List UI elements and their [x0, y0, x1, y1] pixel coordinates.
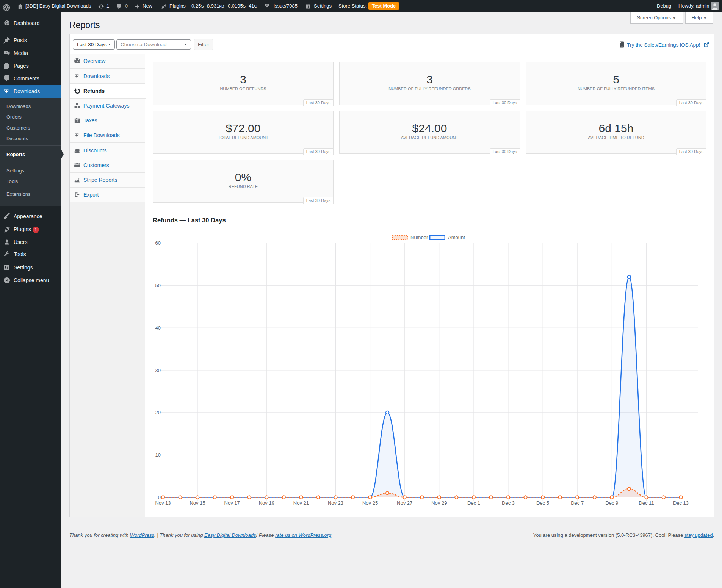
svg-text:60: 60: [155, 240, 161, 246]
svg-text:Nov 29: Nov 29: [431, 500, 447, 506]
svg-text:Dec 7: Dec 7: [571, 500, 584, 506]
svg-text:30: 30: [155, 368, 161, 373]
svg-text:Nov 13: Nov 13: [155, 500, 171, 506]
svg-text:Dec 11: Dec 11: [639, 500, 654, 506]
svg-text:Nov 21: Nov 21: [293, 500, 309, 506]
svg-text:Nov 15: Nov 15: [190, 500, 205, 506]
svg-text:Dec 1: Dec 1: [467, 500, 480, 506]
svg-text:Nov 19: Nov 19: [259, 500, 274, 506]
svg-text:Dec 9: Dec 9: [605, 500, 618, 506]
svg-text:50: 50: [155, 283, 161, 288]
svg-text:Dec 5: Dec 5: [536, 500, 549, 506]
svg-text:Dec 13: Dec 13: [673, 500, 689, 506]
svg-text:40: 40: [155, 325, 161, 331]
svg-text:0: 0: [158, 494, 161, 500]
svg-text:Nov 27: Nov 27: [397, 500, 412, 506]
svg-text:Nov 25: Nov 25: [362, 500, 378, 506]
svg-text:Nov 23: Nov 23: [328, 500, 343, 506]
svg-text:Dec 3: Dec 3: [502, 500, 515, 506]
svg-text:20: 20: [155, 410, 161, 415]
svg-text:Nov 17: Nov 17: [224, 500, 240, 506]
svg-text:10: 10: [155, 452, 161, 458]
